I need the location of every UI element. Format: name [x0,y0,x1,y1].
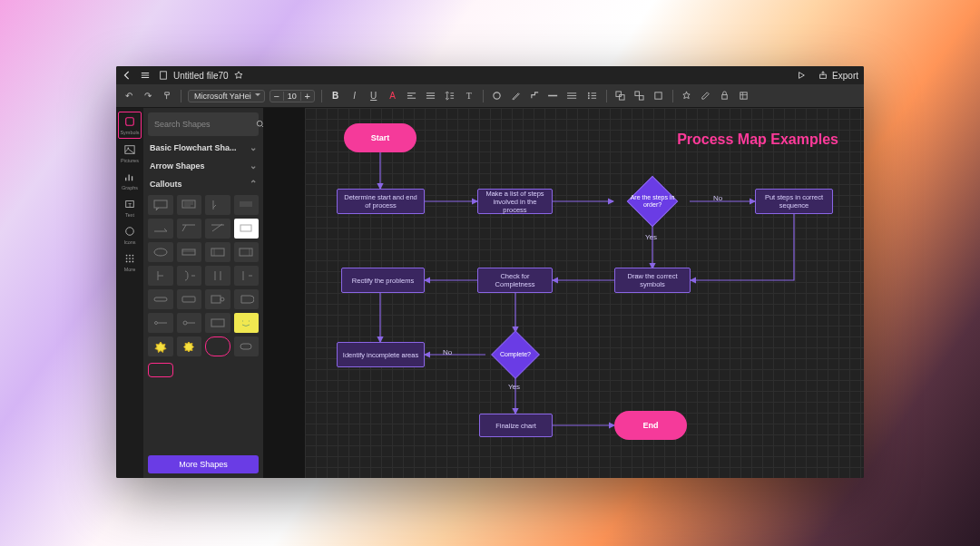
callout-shape[interactable] [205,336,230,356]
node-checkcomp[interactable]: Check for Completness [477,268,553,293]
callout-shape[interactable] [177,242,202,262]
undo-icon[interactable]: ↶ [122,89,136,103]
svg-rect-34 [211,249,224,256]
line-style-select[interactable] [547,89,562,103]
callout-shape[interactable] [148,363,173,377]
rail-item-more[interactable]: More [118,249,142,275]
svg-point-18 [126,228,134,236]
callout-shape[interactable] [234,266,260,286]
callout-shape[interactable] [234,289,260,309]
play-icon[interactable] [796,70,807,81]
pen-icon[interactable] [509,89,524,103]
callout-shape[interactable] [177,289,202,309]
fill-color-icon[interactable] [490,89,505,103]
edit-icon[interactable] [699,89,713,103]
callout-shape[interactable] [148,195,173,215]
callout-shape[interactable] [148,219,173,239]
callout-shape[interactable] [148,266,173,286]
callout-shape[interactable] [205,266,230,286]
align-vertical-icon[interactable] [424,89,438,103]
node-rectify[interactable]: Rectify the problems [341,268,425,293]
search-input[interactable] [154,120,256,129]
font-color-button[interactable]: A [386,89,400,103]
rail-item-graphs[interactable]: Graphs [118,168,142,193]
node-determine[interactable]: Determine start and end of process [337,189,425,214]
node-putsteps[interactable]: Put steps in correct sequence [755,189,833,214]
svg-point-27 [132,261,134,263]
canvas[interactable]: Process Map Examples [305,108,864,478]
callout-shape[interactable] [177,336,202,356]
group-icon[interactable] [613,89,628,103]
callout-shape[interactable] [177,219,202,239]
ungroup-icon[interactable] [632,89,647,103]
svg-point-3 [588,93,590,94]
bold-button[interactable]: B [328,89,343,103]
callout-shape[interactable] [205,289,230,309]
rail-item-symbols[interactable]: Symbols [118,112,142,139]
effects-icon[interactable] [680,89,694,103]
menu-icon[interactable] [140,70,151,81]
underline-button[interactable]: U [367,89,381,103]
font-size-stepper[interactable]: − 10 + [270,90,315,102]
doc-title[interactable]: Untitled file70 [173,71,229,81]
callout-shape[interactable] [177,195,202,215]
node-end[interactable]: End [614,411,687,440]
node-makelist[interactable]: Make a list of steps involved in the pro… [477,189,553,214]
font-size-value[interactable]: 10 [283,92,301,101]
callout-shape[interactable] [205,313,230,333]
lock-icon[interactable] [718,89,732,103]
shapes-panel: Basic Flowchart Sha... ⌄ Arrow Shapes ⌄ … [143,108,263,478]
callout-shape[interactable] [148,336,173,356]
callout-shape[interactable] [148,242,173,262]
callout-shape[interactable] [148,313,173,333]
line-height-icon[interactable] [443,89,457,103]
svg-point-28 [257,121,262,126]
format-painter-icon[interactable] [160,89,174,103]
italic-button[interactable]: I [348,89,362,103]
rail-item-text[interactable]: T Text [118,195,142,220]
text-tool-icon[interactable]: T [462,89,476,103]
search-shapes[interactable] [148,112,259,136]
callout-shape[interactable] [205,242,230,262]
callout-shape[interactable] [234,336,260,356]
node-start[interactable]: Start [344,123,416,152]
list-bullet-icon[interactable] [585,89,600,103]
align-horizontal-icon[interactable] [405,89,419,103]
arrange-icon[interactable] [652,89,666,103]
node-identify[interactable]: Identify incomplete areas [337,342,425,367]
callout-shape[interactable] [177,313,202,333]
category-basic-flowchart[interactable]: Basic Flowchart Sha... ⌄ [148,141,259,154]
connector-icon[interactable] [528,89,543,103]
callout-shape[interactable] [148,289,173,309]
callout-shape[interactable] [234,219,260,239]
callout-shape[interactable] [177,266,202,286]
more-shapes-button[interactable]: More Shapes [148,455,259,473]
callout-shape[interactable] [234,313,260,333]
svg-point-5 [588,97,590,99]
export-button[interactable]: Export [818,70,858,81]
category-arrow-shapes[interactable]: Arrow Shapes ⌄ [148,159,259,172]
callout-shape[interactable] [234,242,260,262]
callout-shape[interactable] [205,219,230,239]
back-icon[interactable] [122,70,132,81]
redo-icon[interactable]: ↷ [141,89,155,103]
svg-point-20 [129,255,131,257]
rail-item-icons[interactable]: Icons [118,222,142,248]
category-callouts[interactable]: Callouts ⌃ [148,177,259,190]
callout-shape[interactable] [234,195,260,215]
rail-item-pictures[interactable]: Pictures [118,141,142,166]
callout-shape[interactable] [205,195,230,215]
node-finalize[interactable]: Finalize chart [479,414,553,437]
svg-rect-10 [655,93,662,99]
font-size-increase[interactable]: + [301,91,314,102]
node-order-question[interactable]: Are the steps in order? [622,179,682,224]
node-complete-question[interactable]: Complete? [486,332,544,377]
layers-icon[interactable] [737,89,751,103]
line-weight-select[interactable] [566,89,581,103]
font-size-decrease[interactable]: − [270,91,283,102]
font-family-select[interactable]: Microsoft YaHei [188,90,265,102]
favorite-icon[interactable] [233,70,244,81]
node-drawsym[interactable]: Draw the correct symbols [614,268,691,293]
svg-point-32 [154,249,167,256]
edge-label-no: No [713,194,722,202]
